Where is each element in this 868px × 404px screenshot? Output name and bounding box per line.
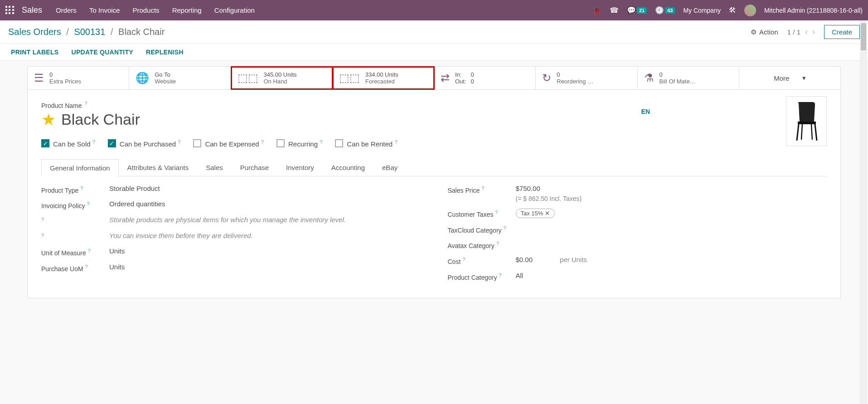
tab-attributes-variants[interactable]: Attributes & Variants (119, 159, 198, 176)
stat-label: Extra Prices (49, 78, 81, 85)
scrollbar-thumb[interactable] (861, 23, 866, 50)
pager-text[interactable]: 1 / 1 (787, 28, 800, 36)
close-icon[interactable]: ✕ (545, 210, 550, 217)
product-flags: ✓Can be Sold ? ✓Can be Purchased ? Can b… (41, 139, 827, 148)
tab-purchase[interactable]: Purchase (232, 159, 277, 176)
content: ☰ 0Extra Prices 🌐 Go ToWebsite ⬚⬚ 345.00… (0, 61, 868, 316)
stat-bom[interactable]: ⚗ 0Bill Of Mate… (638, 67, 739, 89)
control-right: ⚙Action 1 / 1 ‹ › Create (751, 25, 860, 39)
sales-price-value[interactable]: $750.00 (516, 185, 540, 192)
nav-orders[interactable]: Orders (56, 6, 77, 14)
svg-rect-0 (798, 122, 816, 124)
globe-icon: 🌐 (136, 72, 149, 84)
caret-down-icon: ▾ (802, 74, 806, 82)
tab-accounting[interactable]: Accounting (323, 159, 373, 176)
more-label: More (774, 74, 789, 82)
nav-to-invoice[interactable]: To Invoice (89, 6, 120, 14)
tab-general-information[interactable]: General Information (41, 159, 119, 176)
sales-price-label: Sales Price (448, 186, 480, 194)
fields-left: Product Type ?Storable Product Invoicing… (41, 185, 421, 287)
chat-icon: 💬 (627, 6, 636, 15)
cost-label: Cost (448, 258, 461, 265)
lang-badge[interactable]: EN (641, 108, 650, 115)
transfer-icon: ⇄ (441, 72, 450, 84)
uom-label: Unit of Measure (41, 249, 86, 257)
stat-value: 0 (49, 71, 81, 78)
product-name[interactable]: Black Chair (61, 111, 140, 128)
messages-badge: 21 (637, 7, 647, 14)
can-be-rented-checkbox[interactable]: Can be Rented ? (335, 139, 397, 148)
nav-menu: Orders To Invoice Products Reporting Con… (56, 6, 592, 14)
svg-line-2 (815, 124, 817, 141)
breadcrumb-root[interactable]: Sales Orders (8, 27, 61, 37)
update-quantity-button[interactable]: UPDATE QUANTITY (72, 49, 133, 56)
create-button[interactable]: Create (824, 25, 860, 39)
product-type-value[interactable]: Storable Product (109, 185, 421, 192)
tax-chip-label: Tax 15% (521, 210, 543, 217)
avatar[interactable] (744, 5, 756, 16)
stat-bar: ☰ 0Extra Prices 🌐 Go ToWebsite ⬚⬚ 345.00… (27, 66, 841, 90)
stat-on-hand[interactable]: ⬚⬚ 345.00 UnitsOn Hand (231, 67, 333, 89)
nav-configuration[interactable]: Configuration (214, 6, 255, 14)
tax-chip[interactable]: Tax 15% ✕ (516, 209, 555, 218)
breadcrumb: Sales Orders / S00131 / Black Chair (8, 27, 165, 37)
action-menu[interactable]: ⚙Action (751, 28, 778, 36)
stat-value: Go To (155, 71, 176, 78)
stat-more[interactable]: More ▾ (739, 67, 840, 89)
taxcloud-label: TaxCloud Category (448, 226, 502, 234)
stat-value: 334.00 Units (365, 71, 398, 78)
product-image[interactable] (786, 96, 827, 146)
control-row: Sales Orders / S00131 / Black Chair ⚙Act… (0, 20, 868, 44)
replenish-button[interactable]: REPLENISH (146, 49, 184, 56)
scrollbar[interactable] (860, 20, 867, 316)
brand[interactable]: Sales (22, 5, 42, 15)
nav-right: 🐞 ☎ 💬21 🕘43 My Company 🛠 Mitchell Admin … (592, 5, 863, 16)
refresh-icon: ↻ (542, 72, 551, 84)
nav-reporting[interactable]: Reporting (172, 6, 202, 14)
apps-icon[interactable] (5, 6, 15, 15)
uom-value[interactable]: Units (109, 247, 421, 255)
user-menu[interactable]: Mitchell Admin (22118808-16-0-all) (764, 7, 863, 14)
cost-value[interactable]: $0.00 (516, 256, 533, 263)
purchase-uom-label: Purchase UoM (41, 265, 83, 273)
support-icon[interactable]: ☎ (610, 6, 619, 15)
chair-icon (790, 100, 822, 143)
pager-prev[interactable]: ‹ (805, 27, 808, 37)
print-labels-button[interactable]: PRINT LABELS (11, 49, 59, 56)
stat-label: Forecasted (365, 78, 398, 85)
tab-ebay[interactable]: eBay (373, 159, 406, 176)
purchase-uom-value[interactable]: Units (109, 263, 421, 271)
favorite-star-icon[interactable]: ★ (41, 110, 56, 129)
avatax-label: Avatax Category (448, 242, 495, 249)
breadcrumb-leaf: Black Chair (118, 27, 165, 37)
tab-inventory[interactable]: Inventory (277, 159, 323, 176)
stat-value: 0 (557, 71, 593, 78)
company-switcher[interactable]: My Company (683, 7, 720, 14)
can-be-purchased-checkbox[interactable]: ✓Can be Purchased ? (108, 139, 181, 148)
nav-products[interactable]: Products (132, 6, 159, 14)
stat-go-to-website[interactable]: 🌐 Go ToWebsite (129, 67, 231, 89)
stat-label: Website (155, 78, 176, 85)
breadcrumb-mid[interactable]: S00131 (74, 27, 105, 37)
sales-price-incl: (= $ 862.50 Incl. Taxes) (516, 195, 827, 202)
product-category-value[interactable]: All (516, 272, 827, 279)
stat-label: Bill Of Mate… (659, 78, 696, 85)
recurring-checkbox[interactable]: Recurring ? (276, 139, 322, 148)
invoicing-policy-value[interactable]: Ordered quantities (109, 200, 421, 208)
stat-reordering[interactable]: ↻ 0Reordering … (536, 67, 637, 89)
stat-extra-prices[interactable]: ☰ 0Extra Prices (28, 67, 129, 89)
svg-line-3 (801, 124, 802, 140)
tab-sales[interactable]: Sales (197, 159, 232, 176)
stat-in-out[interactable]: ⇄ In:0 Out:0 (434, 67, 536, 89)
stat-forecasted[interactable]: ⬚⬚ 334.00 UnitsForecasted (333, 67, 434, 89)
activities-button[interactable]: 🕘43 (655, 6, 675, 15)
can-be-sold-checkbox[interactable]: ✓Can be Sold ? (41, 139, 95, 148)
bug-icon[interactable]: 🐞 (592, 6, 601, 15)
product-name-label: Product Name ? (41, 101, 827, 109)
fields: Product Type ?Storable Product Invoicing… (41, 185, 827, 287)
cost-unit: per Units (560, 256, 587, 263)
can-be-expensed-checkbox[interactable]: Can be Expensed ? (193, 139, 264, 148)
messages-button[interactable]: 💬21 (627, 6, 647, 15)
pager-next[interactable]: › (812, 27, 815, 37)
tools-icon[interactable]: 🛠 (729, 6, 736, 15)
